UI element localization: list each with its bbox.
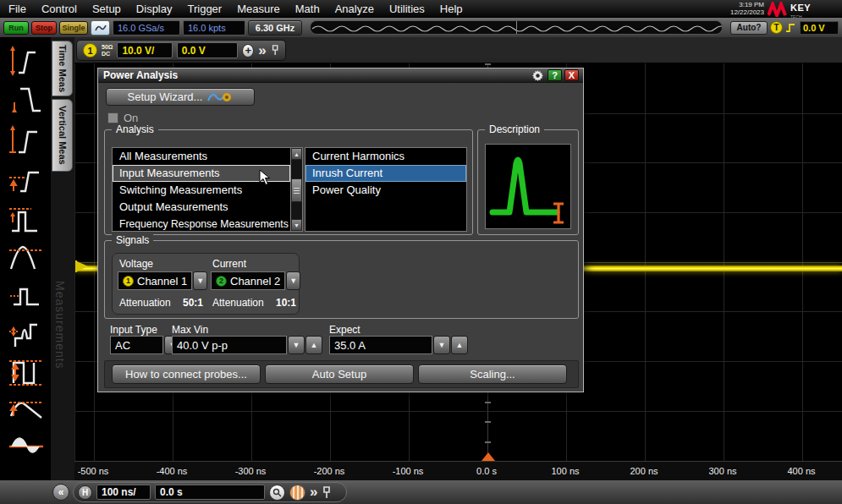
timebase-position-field[interactable]: 0.0 s [155, 485, 265, 500]
horizontal-badge[interactable]: H [78, 485, 92, 500]
axis-tick: 200 ns [630, 466, 658, 476]
voltage-channel-dropdown[interactable]: 1 Channel 1 ▼ [118, 271, 207, 290]
pin-icon[interactable] [322, 486, 332, 499]
expect-label: Expect [329, 324, 360, 336]
memory-depth-field[interactable]: 16.0 kpts [183, 20, 245, 36]
signals-group-label: Signals [112, 234, 153, 246]
timebase-scale-field[interactable]: 100 ns/ [96, 485, 151, 500]
signals-panel: Voltage Current 1 Channel 1 ▼ 2 Channel … [112, 253, 300, 315]
max-vin-field[interactable]: 40.0 V p-p ▼ ▲ [172, 336, 322, 354]
tab-vertical-meas[interactable]: Vertical Meas [52, 99, 73, 172]
single-button[interactable]: Single [59, 21, 88, 35]
bandwidth-button[interactable]: 6.30 GHz [248, 20, 302, 36]
auto-trigger-button[interactable]: Auto? [730, 21, 768, 35]
tab-time-meas[interactable]: Time Meas [52, 41, 73, 96]
expand-chevrons[interactable]: » [258, 44, 266, 58]
menu-bar: File Control Setup Display Trigger Measu… [0, 0, 842, 18]
zoom-mode-button[interactable] [269, 485, 285, 501]
dialog-footer-strip: How to connect probes... Auto Setup Scal… [104, 360, 579, 388]
meas-setup-hold-icon[interactable] [7, 162, 46, 198]
channel1-offset-field[interactable]: 0.0 V [177, 42, 238, 58]
meas-fall-time-icon[interactable] [7, 84, 46, 119]
list-item-frequency-response[interactable]: Frequency Response Measurements [113, 216, 290, 232]
trigger-level-field[interactable]: 0.0 V [800, 21, 839, 35]
trigger-source-badge[interactable]: T [770, 21, 783, 34]
meas-amplitude-icon[interactable] [7, 354, 46, 390]
meas-overshoot-icon[interactable] [7, 392, 46, 428]
channel1-coupling[interactable]: 50Ω DC [102, 44, 113, 58]
meas-rise-time-icon[interactable] [7, 44, 46, 79]
increment-arrow-icon[interactable]: ▲ [451, 336, 468, 354]
setup-wizard-label: Setup Wizard... [128, 90, 203, 103]
menu-math[interactable]: Math [295, 3, 320, 15]
menu-setup[interactable]: Setup [92, 3, 121, 15]
voltage-channel-value: Channel 1 [137, 275, 187, 288]
channel1-controls: 1 50Ω DC 10.0 V/ 0.0 V + » [76, 40, 286, 61]
current-channel-dropdown[interactable]: 2 Channel 2 ▼ [211, 271, 300, 290]
channel1-ground-marker[interactable] [75, 259, 91, 274]
list-item-inrush-current[interactable]: Inrush Current [305, 165, 466, 182]
increment-arrow-icon[interactable]: ▲ [305, 336, 322, 354]
add-channel-button[interactable]: + [242, 44, 254, 58]
scroll-down-button[interactable]: ▼ [291, 219, 302, 231]
input-type-label: Input Type [110, 324, 157, 336]
list-item-current-harmonics[interactable]: Current Harmonics [305, 148, 466, 165]
decrement-arrow-icon[interactable]: ▼ [288, 336, 305, 354]
channel1-badge[interactable]: 1 [83, 43, 97, 58]
menu-analyze[interactable]: Analyze [335, 3, 374, 15]
sample-rate-field[interactable]: 16.0 GSa/s [113, 20, 180, 36]
scaling-button[interactable]: Scaling... [418, 364, 567, 384]
stop-button[interactable]: Stop [31, 21, 57, 35]
menu-measure[interactable]: Measure [237, 3, 280, 15]
run-button[interactable]: Run [3, 21, 29, 35]
gear-icon[interactable] [531, 69, 544, 82]
trigger-position-marker[interactable] [482, 452, 495, 461]
meas-area-icon[interactable] [7, 428, 46, 463]
dropdown-arrow-icon[interactable]: ▼ [193, 271, 207, 290]
touch-button[interactable] [91, 20, 110, 36]
decrement-arrow-icon[interactable]: ▼ [433, 336, 450, 354]
list-item-power-quality[interactable]: Power Quality [305, 182, 466, 199]
voltage-label: Voltage [119, 258, 153, 270]
menu-display[interactable]: Display [136, 3, 173, 15]
meas-delay-icon[interactable] [7, 123, 46, 159]
channel1-scale-field[interactable]: 10.0 V/ [117, 42, 172, 58]
expand-chevrons[interactable]: » [310, 485, 317, 499]
meas-top-icon[interactable] [7, 240, 46, 276]
help-button[interactable]: ? [548, 69, 562, 81]
how-to-connect-probes-button[interactable]: How to connect probes... [112, 364, 261, 384]
menu-help[interactable]: Help [440, 3, 463, 15]
input-type-dropdown[interactable]: AC ▼ [110, 336, 181, 354]
scroll-up-button[interactable]: ▲ [291, 148, 302, 160]
dialog-title-bar[interactable]: Power Analysis ? X [98, 68, 583, 83]
menu-utilities[interactable]: Utilities [389, 3, 425, 15]
meas-edge-icon[interactable] [7, 279, 46, 315]
pin-icon[interactable] [271, 44, 279, 57]
menu-trigger[interactable]: Trigger [187, 3, 222, 15]
meas-glitch-icon[interactable] [7, 316, 46, 352]
dropdown-arrow-icon[interactable]: ▼ [286, 271, 300, 290]
analysis-group-label: Analysis [112, 123, 158, 135]
current-attenuation-value: 10:1 [276, 297, 296, 309]
analysis-category-list: All Measurements Input Measurements Swit… [112, 147, 291, 232]
delayed-sweep-button[interactable] [289, 485, 305, 501]
rising-edge-icon[interactable] [785, 22, 797, 34]
auto-setup-button[interactable]: Auto Setup [265, 364, 414, 384]
list-item-output-measurements[interactable]: Output Measurements [113, 199, 290, 216]
expect-field[interactable]: 35.0 A ▼ ▲ [329, 336, 468, 354]
scrollbar-thumb[interactable] [291, 178, 302, 202]
setup-wizard-button[interactable]: Setup Wizard... [106, 88, 255, 106]
list-item-all-measurements[interactable]: All Measurements [113, 148, 290, 165]
signals-group: Signals Voltage Current 1 Channel 1 ▼ 2 … [104, 240, 579, 319]
menu-control[interactable]: Control [41, 3, 77, 15]
meas-pulse-width-icon[interactable] [7, 202, 46, 238]
dialog-title: Power Analysis [98, 69, 531, 81]
on-checkbox[interactable] [107, 112, 118, 123]
logo-text: KEY [790, 3, 811, 13]
close-button[interactable]: X [564, 69, 579, 81]
menu-file[interactable]: File [8, 3, 26, 15]
category-list-scrollbar[interactable]: ▲ ▼ [291, 147, 303, 232]
collapse-left-button[interactable]: « [52, 484, 69, 501]
description-preview [485, 144, 571, 229]
waveform-preview-strip[interactable] [310, 20, 723, 35]
